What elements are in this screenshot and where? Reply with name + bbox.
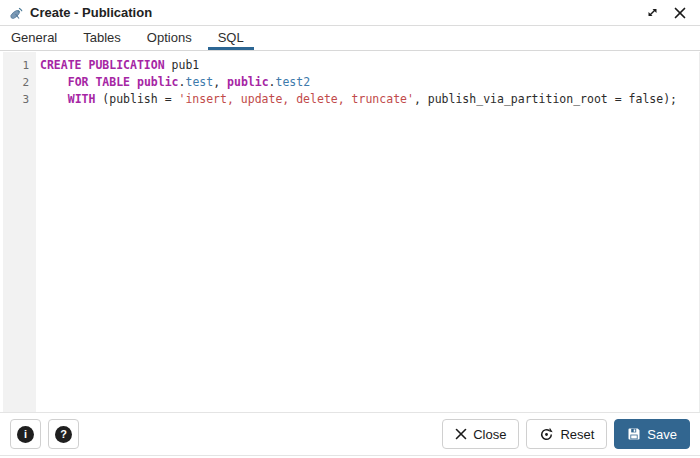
dialog-help-button[interactable]: ?	[48, 419, 79, 449]
code-token-keyword: public	[227, 75, 269, 89]
tab-sql[interactable]: SQL	[208, 27, 254, 50]
code-token-plain	[40, 92, 68, 106]
code-token-keyword: CREATE	[40, 58, 82, 72]
code-token-keyword: PUBLICATION	[88, 58, 164, 72]
code-token-plain	[40, 75, 68, 89]
dialog-title: Create - Publication	[30, 5, 152, 20]
code-token-keyword: public	[137, 75, 179, 89]
close-button-label: Close	[473, 427, 506, 442]
close-icon[interactable]	[670, 3, 690, 23]
code-token-plain: ,	[213, 75, 227, 89]
reset-button-label: Reset	[560, 427, 594, 442]
code-line: FOR TABLE public.test, public.test2	[40, 74, 699, 91]
line-number: 2	[3, 74, 29, 91]
sql-editor[interactable]: 123 CREATE PUBLICATION pub1 FOR TABLE pu…	[0, 52, 700, 412]
sql-code-area[interactable]: CREATE PUBLICATION pub1 FOR TABLE public…	[36, 52, 699, 412]
save-icon	[627, 427, 641, 441]
save-button[interactable]: Save	[614, 419, 690, 449]
help-icon: ?	[55, 426, 72, 443]
info-icon: i	[17, 426, 34, 443]
tab-general[interactable]: General	[1, 27, 67, 50]
tab-options[interactable]: Options	[137, 27, 202, 50]
code-token-string: 'insert, update, delete, truncate'	[179, 92, 414, 106]
create-publication-dialog: Create - Publication GeneralTablesOption…	[0, 0, 700, 458]
tab-tables[interactable]: Tables	[73, 27, 131, 50]
reset-button[interactable]: Reset	[526, 419, 607, 449]
code-token-plain: , publish_via_partition_root = false);	[414, 92, 677, 106]
expand-icon[interactable]	[642, 3, 662, 23]
code-token-plain	[130, 75, 137, 89]
code-token-name: test2	[276, 75, 311, 89]
code-token-name: test	[185, 75, 213, 89]
reset-icon	[539, 427, 554, 442]
line-number: 3	[3, 91, 29, 108]
code-line: CREATE PUBLICATION pub1	[40, 57, 699, 74]
sql-help-button[interactable]: i	[10, 419, 41, 449]
code-token-keyword: TABLE	[95, 75, 130, 89]
footer-toolbar: i ? Close Reset	[0, 412, 700, 456]
code-line: WITH (publish = 'insert, update, delete,…	[40, 91, 699, 108]
code-token-plain: .	[269, 75, 276, 89]
close-button[interactable]: Close	[442, 419, 519, 449]
line-number: 1	[3, 57, 29, 74]
tab-bar: GeneralTablesOptionsSQL	[0, 27, 700, 51]
code-token-plain: (publish =	[95, 92, 178, 106]
code-token-keyword: WITH	[68, 92, 96, 106]
code-token-keyword: FOR	[68, 75, 89, 89]
line-number-gutter: 123	[3, 52, 36, 412]
close-x-icon	[455, 428, 467, 440]
code-token-plain: pub1	[165, 58, 200, 72]
titlebar: Create - Publication	[0, 0, 700, 26]
save-button-label: Save	[647, 427, 677, 442]
publication-icon	[8, 5, 24, 21]
